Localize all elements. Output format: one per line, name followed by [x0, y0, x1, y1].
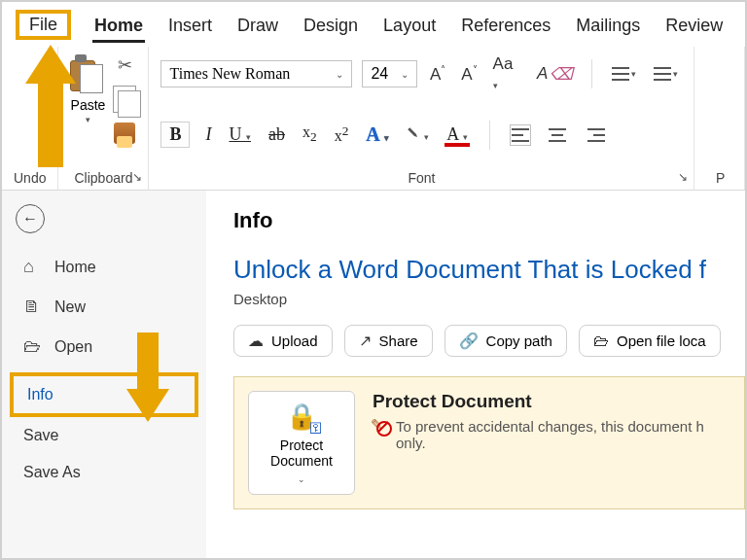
back-button[interactable]	[16, 204, 45, 233]
change-case-button[interactable]: Aa ▾	[490, 54, 524, 93]
group-clipboard: Paste ▾ ✂ Clipboard ↘	[58, 47, 149, 190]
bold-button[interactable]: B	[160, 122, 190, 148]
sidebar-item-label: Home	[54, 259, 96, 276]
backstage-sidebar: Home New Open Info Save Save As	[2, 191, 206, 558]
clipboard-launcher-icon[interactable]: ↘	[132, 170, 142, 184]
chevron-down-icon: ⌄	[401, 69, 409, 80]
document-icon	[23, 297, 43, 317]
sidebar-item-label: Save As	[23, 464, 81, 481]
shrink-font-button[interactable]: A˅	[458, 64, 480, 85]
group-font-label: Font	[160, 166, 682, 188]
strikethrough-button[interactable]: ab	[267, 124, 287, 145]
copy-path-button[interactable]: Copy path	[445, 325, 567, 357]
backstage-view: Home New Open Info Save Save As Info Unl…	[2, 191, 745, 558]
tab-review[interactable]: Review	[663, 10, 725, 40]
tab-draw[interactable]: Draw	[235, 10, 280, 40]
backstage-content: Info Unlock a Word Document That is Lock…	[206, 191, 745, 558]
font-size-dropdown[interactable]: 24 ⌄	[362, 60, 416, 88]
grow-font-button[interactable]: A˄	[427, 64, 448, 85]
protect-title: Protect Document	[373, 391, 704, 412]
button-label: Upload	[271, 332, 318, 349]
group-font: Times New Roman ⌄ 24 ⌄ A˄ A˅ Aa ▾ A⌫ ▾ ▾…	[149, 47, 694, 190]
document-title: Unlock a Word Document That is Locked f	[233, 255, 745, 285]
button-label: Open file loca	[617, 332, 706, 349]
font-launcher-icon[interactable]: ↘	[678, 170, 688, 184]
chevron-down-icon: ⌄	[298, 474, 305, 484]
format-painter-icon[interactable]	[114, 122, 135, 144]
font-name-value: Times New Roman	[169, 65, 290, 83]
tab-mailings[interactable]: Mailings	[574, 10, 642, 40]
share-icon	[359, 332, 372, 350]
sidebar-item-open[interactable]: Open	[10, 327, 198, 367]
superscript-button[interactable]: x2	[333, 123, 351, 145]
separator	[591, 59, 592, 88]
sidebar-item-label: Info	[27, 386, 53, 403]
folder-icon	[593, 332, 609, 350]
lock-icon: 🔒⚿	[286, 402, 317, 432]
chevron-down-icon: ▾	[86, 115, 90, 124]
tab-layout[interactable]: Layout	[381, 10, 438, 40]
group-paragraph: P	[694, 47, 745, 190]
font-color-button[interactable]: A ▾	[445, 124, 470, 145]
home-icon	[23, 257, 43, 277]
key-icon: ⚿	[309, 420, 323, 436]
cut-icon[interactable]: ✂	[118, 54, 132, 76]
sidebar-item-label: Save	[23, 427, 58, 444]
paste-button[interactable]: Paste ▾	[70, 54, 105, 124]
tab-references[interactable]: References	[459, 10, 552, 40]
paste-label: Paste	[71, 97, 106, 113]
sidebar-item-saveas[interactable]: Save As	[10, 454, 198, 491]
upload-icon	[248, 332, 264, 350]
restrict-editing-icon	[373, 418, 388, 434]
protect-body-line2: only.	[396, 435, 426, 451]
group-clipboard-label: Clipboard	[75, 166, 133, 188]
paste-icon	[70, 54, 105, 95]
subscript-button[interactable]: x2	[301, 123, 319, 145]
button-label: Copy path	[486, 332, 552, 349]
link-icon	[459, 332, 479, 350]
upload-button[interactable]: Upload	[233, 325, 333, 357]
info-actions: Upload Share Copy path Open file loca	[233, 325, 745, 357]
sidebar-item-label: New	[54, 298, 86, 316]
menu-tabs: File Home Insert Draw Design Layout Refe…	[2, 2, 745, 47]
button-label: Share	[379, 332, 418, 349]
align-left-button[interactable]	[510, 124, 531, 146]
protect-document-panel: 🔒⚿ Protect Document ⌄ Protect Document T…	[233, 376, 745, 509]
group-undo: Undo	[2, 47, 58, 190]
tab-design[interactable]: Design	[302, 10, 360, 40]
open-file-location-button[interactable]: Open file loca	[579, 325, 721, 357]
sidebar-item-home[interactable]: Home	[10, 247, 198, 287]
folder-icon	[23, 336, 43, 357]
font-size-value: 24	[371, 65, 388, 83]
protect-body-line1: To prevent accidental changes, this docu…	[396, 418, 704, 435]
sidebar-item-label: Open	[54, 338, 92, 356]
group-undo-label: Undo	[14, 166, 46, 188]
share-button[interactable]: Share	[344, 325, 433, 357]
numbering-button[interactable]: ▾	[650, 61, 682, 87]
tab-file[interactable]: File	[16, 10, 71, 40]
button-label: Protect Document	[253, 438, 350, 469]
highlight-button[interactable]: ▾	[405, 124, 432, 145]
separator	[489, 121, 490, 150]
tab-insert[interactable]: Insert	[166, 10, 214, 40]
bullets-button[interactable]: ▾	[608, 61, 640, 87]
protect-document-description: Protect Document To prevent accidental c…	[373, 391, 704, 495]
protect-document-button[interactable]: 🔒⚿ Protect Document ⌄	[248, 391, 355, 495]
font-name-dropdown[interactable]: Times New Roman ⌄	[160, 60, 352, 88]
sidebar-item-save[interactable]: Save	[10, 417, 198, 454]
document-location: Desktop	[233, 291, 745, 307]
align-right-button[interactable]	[584, 122, 609, 148]
clear-formatting-button[interactable]: A⌫	[534, 64, 576, 85]
ribbon: Undo Paste ▾ ✂ Clipboard ↘ Times New Rom…	[2, 47, 745, 191]
copy-icon[interactable]	[113, 86, 136, 113]
align-center-button[interactable]	[545, 122, 570, 148]
underline-button[interactable]: U ▾	[227, 124, 253, 145]
sidebar-item-new[interactable]: New	[10, 287, 198, 327]
text-effects-button[interactable]: A ▾	[364, 123, 390, 146]
info-heading: Info	[233, 208, 745, 233]
sidebar-item-info[interactable]: Info	[10, 372, 198, 417]
group-paragraph-label: P	[708, 166, 732, 188]
chevron-down-icon: ⌄	[336, 69, 343, 80]
tab-home[interactable]: Home	[92, 10, 145, 40]
italic-button[interactable]: I	[203, 124, 213, 145]
